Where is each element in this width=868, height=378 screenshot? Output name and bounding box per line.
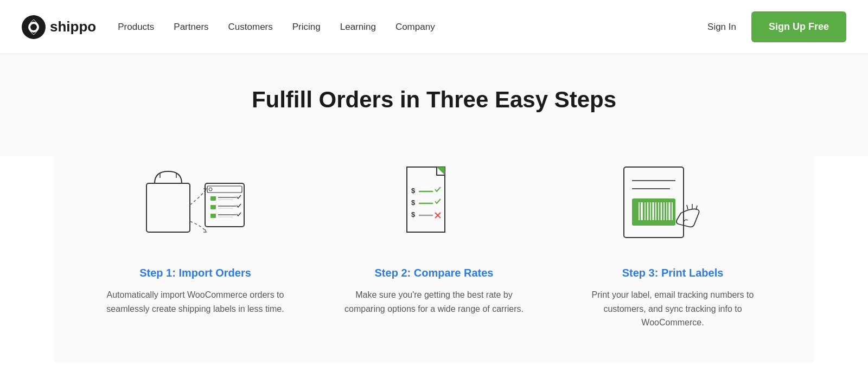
- nav-links: Products Partners Customers Pricing Lear…: [118, 22, 707, 33]
- step1-desc: Automatically import WooCommerce orders …: [103, 288, 288, 316]
- hero-section: Fulfill Orders in Three Easy Steps: [0, 54, 868, 156]
- svg-marker-18: [437, 167, 445, 175]
- sign-in-link[interactable]: Sign In: [707, 22, 736, 33]
- svg-rect-15: [210, 214, 216, 218]
- logo-link[interactable]: shippo: [22, 15, 96, 39]
- svg-text:$: $: [411, 210, 416, 219]
- svg-rect-7: [207, 186, 242, 193]
- svg-rect-9: [210, 196, 216, 201]
- nav-customers[interactable]: Customers: [228, 22, 273, 33]
- step3-title: Step 3: Print Labels: [622, 267, 724, 279]
- svg-rect-6: [205, 183, 244, 227]
- svg-rect-12: [210, 205, 216, 209]
- nav-partners[interactable]: Partners: [174, 22, 208, 33]
- step3-desc: Print your label, email tracking numbers…: [580, 288, 765, 330]
- svg-text:$: $: [411, 187, 416, 195]
- step2-title: Step 2: Compare Rates: [375, 267, 494, 279]
- step3-icon-area: [618, 156, 727, 254]
- nav-right: Sign In Sign Up Free: [707, 11, 846, 42]
- nav-pricing[interactable]: Pricing: [292, 22, 321, 33]
- step2-icon-area: $ $ $: [401, 156, 467, 254]
- step-print-labels: Step 3: Print Labels Print your label, e…: [553, 156, 792, 330]
- svg-text:$: $: [411, 198, 416, 207]
- nav-products[interactable]: Products: [118, 22, 154, 33]
- nav-company[interactable]: Company: [395, 22, 435, 33]
- sign-up-button[interactable]: Sign Up Free: [751, 11, 846, 42]
- step1-title: Step 1: Import Orders: [139, 267, 251, 279]
- svg-point-2: [30, 24, 37, 30]
- navbar: shippo Products Partners Customers Prici…: [0, 0, 868, 54]
- print-labels-icon: [618, 162, 727, 248]
- svg-rect-3: [146, 183, 190, 232]
- svg-point-8: [209, 188, 212, 191]
- logo-text: shippo: [50, 18, 96, 35]
- steps-container: Step 1: Import Orders Automatically impo…: [54, 156, 814, 362]
- step-import-orders: Step 1: Import Orders Automatically impo…: [76, 156, 315, 316]
- step2-desc: Make sure you're getting the best rate b…: [342, 288, 526, 316]
- step1-icon-area: [141, 156, 250, 254]
- step-compare-rates: $ $ $ Step 2: Compare Rates Make sure yo…: [315, 156, 553, 316]
- import-orders-icon: [141, 162, 250, 248]
- hero-title: Fulfill Orders in Three Easy Steps: [22, 87, 846, 113]
- shippo-logo-icon: [22, 15, 46, 39]
- nav-learning[interactable]: Learning: [340, 22, 376, 33]
- compare-rates-icon: $ $ $: [401, 162, 467, 248]
- svg-line-44: [687, 205, 688, 209]
